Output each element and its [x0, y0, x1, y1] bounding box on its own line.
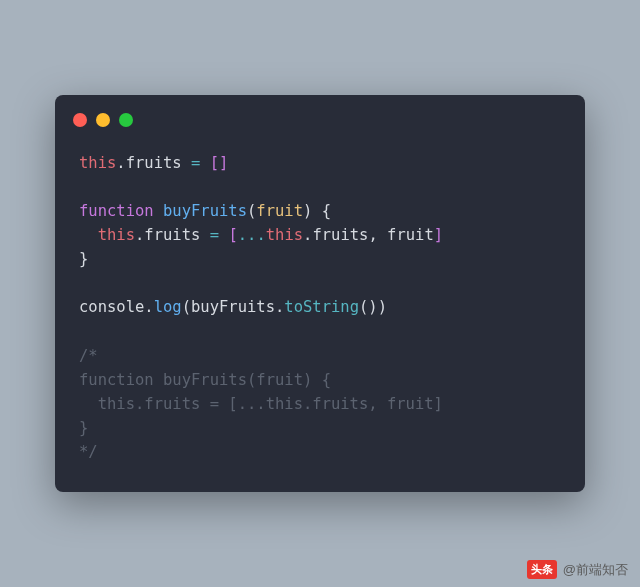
- token-this: this: [79, 154, 116, 172]
- code-line-comment: this.fruits = [...this.fruits, fruit]: [79, 392, 561, 416]
- token-paren: ): [368, 298, 377, 316]
- code-line: this.fruits = []: [79, 151, 561, 175]
- token-identifier: fruit: [387, 226, 434, 244]
- token-bracket: ]: [219, 154, 228, 172]
- code-line-blank: [79, 271, 561, 295]
- code-line: console.log(buyFruits.toString()): [79, 295, 561, 319]
- token-this: this: [266, 226, 303, 244]
- token-method: toString: [284, 298, 359, 316]
- token-this: this: [98, 226, 135, 244]
- token-operator: =: [191, 154, 200, 172]
- token-operator: =: [210, 226, 219, 244]
- code-line-blank: [79, 320, 561, 344]
- token-brace: }: [79, 250, 88, 268]
- code-line-comment: /*: [79, 344, 561, 368]
- code-line: function buyFruits(fruit) {: [79, 199, 561, 223]
- watermark-handle: @前端知否: [563, 561, 628, 579]
- token-keyword: function: [79, 202, 154, 220]
- window-titlebar: [55, 95, 585, 133]
- token-dot: .: [303, 226, 312, 244]
- token-prop: fruits: [144, 226, 200, 244]
- code-line: }: [79, 247, 561, 271]
- token-paren: ): [303, 202, 312, 220]
- code-line-comment: }: [79, 416, 561, 440]
- token-dot: .: [275, 298, 284, 316]
- token-spread: ...: [238, 226, 266, 244]
- token-paren: (: [182, 298, 191, 316]
- token-dot: .: [116, 154, 125, 172]
- token-dot: .: [135, 226, 144, 244]
- token-function-name: buyFruits: [163, 202, 247, 220]
- token-identifier: console: [79, 298, 144, 316]
- code-line-blank: [79, 175, 561, 199]
- token-comma: ,: [368, 226, 377, 244]
- code-line-comment: function buyFruits(fruit) {: [79, 368, 561, 392]
- token-prop: fruits: [126, 154, 182, 172]
- token-param: fruit: [256, 202, 303, 220]
- token-dot: .: [144, 298, 153, 316]
- watermark: 头条 @前端知否: [527, 560, 628, 579]
- code-window: this.fruits = [] function buyFruits(frui…: [55, 95, 585, 491]
- token-prop: fruits: [312, 226, 368, 244]
- maximize-icon[interactable]: [119, 113, 133, 127]
- token-brace: {: [322, 202, 331, 220]
- code-block: this.fruits = [] function buyFruits(frui…: [55, 133, 585, 491]
- close-icon[interactable]: [73, 113, 87, 127]
- token-bracket: [: [210, 154, 219, 172]
- token-paren: ): [378, 298, 387, 316]
- watermark-badge: 头条: [527, 560, 557, 579]
- token-paren: (: [359, 298, 368, 316]
- code-line: this.fruits = [...this.fruits, fruit]: [79, 223, 561, 247]
- code-line-comment: */: [79, 440, 561, 464]
- token-bracket: [: [228, 226, 237, 244]
- token-function-name: log: [154, 298, 182, 316]
- token-paren: (: [247, 202, 256, 220]
- token-bracket: ]: [434, 226, 443, 244]
- token-identifier: buyFruits: [191, 298, 275, 316]
- minimize-icon[interactable]: [96, 113, 110, 127]
